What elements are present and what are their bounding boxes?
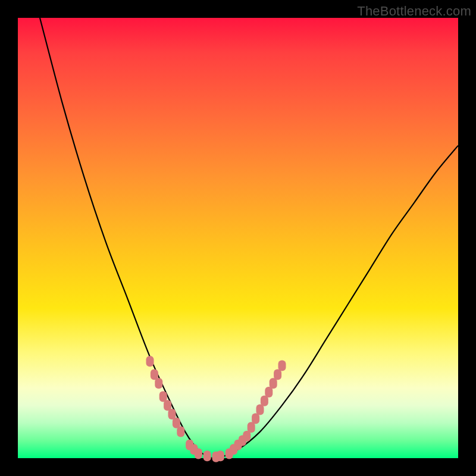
- curve-marker: [195, 449, 202, 459]
- curve-marker: [177, 427, 184, 437]
- curve-marker: [217, 450, 224, 461]
- plot-area: [18, 18, 458, 458]
- chart-svg: [18, 18, 458, 458]
- marker-cluster-right: [226, 361, 286, 459]
- watermark-text: TheBottleneck.com: [357, 4, 471, 19]
- curve-marker: [146, 356, 154, 367]
- curve-marker: [155, 378, 162, 389]
- curve-marker: [203, 450, 211, 461]
- bottleneck-curve-path: [40, 18, 458, 458]
- curve-marker: [278, 361, 286, 371]
- marker-cluster-left: [146, 356, 224, 462]
- chart-frame: TheBottleneck.com: [0, 0, 476, 476]
